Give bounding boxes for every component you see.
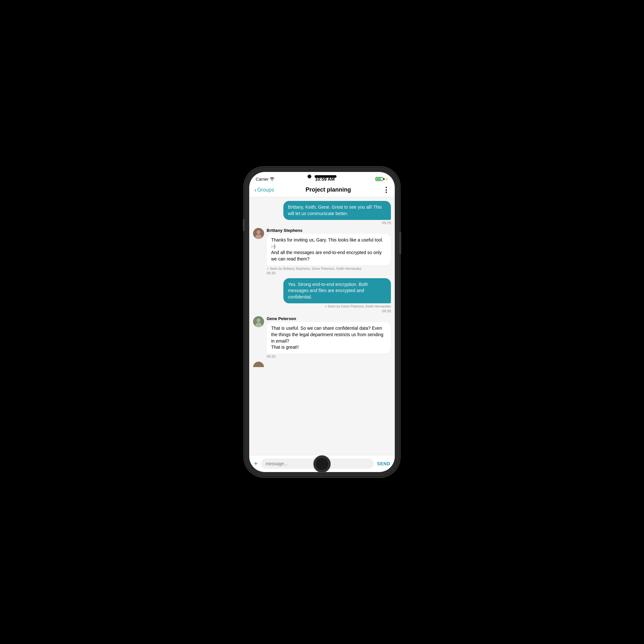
back-label: Groups [257,187,274,193]
check-icon-out2: ✓ [325,305,327,308]
send-button[interactable]: SEND [377,461,390,466]
back-button[interactable]: ‹ Groups [254,186,274,194]
nav-bar: ‹ Groups Project planning ⋮ [249,184,395,197]
speaker-grille [315,175,336,178]
gene-message-text: That is useful. So we can share confiden… [271,326,384,350]
brittany-time: 09:30 [267,271,391,275]
phone-device: Carrier 10:59 AM ⚡ [245,167,399,477]
avatar-gene [253,316,264,327]
partial-avatar [253,362,264,367]
brittany-seen-text: Seen by Brittany Stephens, Gene Peterson… [270,267,362,270]
home-button[interactable] [313,455,331,473]
bolt-icon: ⚡ [384,177,388,181]
message-bubble-1: Brittany, Keith, Gene. Great to see you … [283,201,391,220]
partial-message-row [249,362,395,367]
phone-body: Carrier 10:59 AM ⚡ [249,172,395,472]
more-options-button[interactable]: ⋮ [383,186,390,194]
message-text-1: Brittany, Keith, Gene. Great to see you … [288,204,382,216]
check-icon-brittany: ✓ [267,267,269,270]
wifi-icon [270,177,274,181]
status-right-icons: ⚡ [375,177,388,181]
message-time-2: 09:30 [382,309,391,313]
partial-avatar-inner [253,362,264,367]
camera-lens [308,175,311,178]
brittany-avatar-img [253,228,264,239]
gene-sender-name: Gene Peterson [267,316,391,321]
message-time-1: 09:29 [382,221,391,225]
chevron-left-icon: ‹ [254,186,257,194]
message-incoming-gene: Gene Peterson That is useful. So we can … [249,316,395,358]
home-button-ring [315,457,329,471]
gene-message-bubble: That is useful. So we can share confiden… [267,322,391,354]
message-outgoing-2: Yes. Strong end-to-end encryption. Both … [249,278,395,313]
nav-title: Project planning [306,186,351,193]
svg-point-4 [257,318,260,322]
carrier-label: Carrier [256,177,274,182]
phone-screen: Carrier 10:59 AM ⚡ [249,172,395,472]
brittany-seen-by: ✓ Seen by Brittany Stephens, Gene Peters… [267,267,391,270]
message-outgoing-1: Brittany, Keith, Gene. Great to see you … [249,201,395,225]
message-bubble-2: Yes. Strong end-to-end encryption. Both … [283,278,391,304]
carrier-text: Carrier [256,177,269,182]
avatar-brittany [253,228,264,239]
brittany-sender-name: Brittany Stephens [267,228,391,233]
chat-area: Brittany, Keith, Gene. Great to see you … [249,197,395,455]
phone-hardware-top [308,175,336,178]
message-text-2: Yes. Strong end-to-end encryption. Both … [288,282,368,299]
gene-message-content: Gene Peterson That is useful. So we can … [267,316,391,358]
attachment-button[interactable]: + [254,460,258,467]
brittany-message-content: Brittany Stephens Thanks for inviting us… [267,228,391,275]
battery-fill [376,178,381,180]
brittany-message-bubble: Thanks for inviting us, Gary. This looks… [267,234,391,265]
outgoing-seen-text-2: Seen by Gene Peterson, Keith Hernandez [328,304,391,308]
gene-time: 09:30 [267,355,391,358]
battery-icon [375,177,383,181]
brittany-message-text: Thanks for inviting us, Gary. This looks… [271,237,383,261]
svg-point-1 [257,230,260,234]
outgoing-seen-by-2: ✓ Seen by Gene Peterson, Keith Hernandez [325,304,391,308]
gene-avatar-img [253,316,264,327]
message-incoming-brittany: Brittany Stephens Thanks for inviting us… [249,228,395,275]
